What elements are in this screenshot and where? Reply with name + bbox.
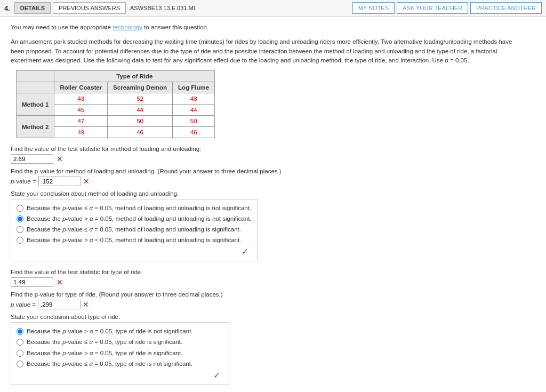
problem-id: ASWSBE13 13.E.031.MI. [130, 5, 197, 11]
m2-r1-sd: 50 [108, 116, 173, 127]
data-table: Type of Ride Roller Coaster Screaming De… [16, 70, 215, 138]
col-screaming-demon: Screaming Demon [108, 82, 173, 93]
col-roller-coaster: Roller Coaster [54, 82, 108, 93]
s1-option-0-text: Because the p-value ≤ α = 0.05, method o… [27, 204, 251, 212]
m1-r2-lf: 44 [173, 105, 215, 116]
s2-radio-1[interactable] [17, 339, 23, 346]
s1-option-1[interactable]: Because the p-value > α = 0.05, method o… [17, 214, 252, 223]
previous-answers-button[interactable]: PREVIOUS ANSWERS [53, 2, 126, 14]
s2-option-0-text: Because the p-value > α = 0.05, type of … [27, 327, 193, 335]
s1-q1: Find the value of the test statistic for… [11, 146, 523, 152]
s2-option-2[interactable]: Because the p-value > α = 0.05, type of … [17, 349, 223, 357]
intro-line1: You may need to use the appropriate tech… [11, 23, 523, 32]
s2-option-2-text: Because the p-value > α = 0.05, type of … [27, 349, 182, 357]
s2-radio-2[interactable] [17, 350, 23, 357]
s1-pvalue-label: p-value = [11, 178, 36, 185]
my-notes-button[interactable]: MY NOTES [352, 2, 395, 14]
s1-pv-x-icon[interactable]: ✕ [83, 177, 90, 186]
s2-option-1[interactable]: Because the p-value ≤ α = 0.05, type of … [17, 338, 223, 346]
method1-label: Method 1 [17, 93, 54, 116]
m1-r2-sd: 44 [108, 105, 173, 116]
m1-r1-sd: 52 [108, 93, 173, 105]
s1-q3: State your conclusion about method of lo… [11, 190, 523, 197]
s1-radio-group: Because the p-value ≤ α = 0.05, method o… [11, 199, 258, 261]
m2-r2-rc: 49 [54, 127, 108, 138]
s1-radio-3[interactable] [17, 237, 23, 244]
s2-pvalue-input[interactable] [38, 300, 81, 309]
s2-ts-x-icon[interactable]: ✕ [57, 278, 63, 286]
s2-radio-group: Because the p-value > α = 0.05, type of … [11, 322, 229, 385]
s1-ts-x-icon[interactable]: ✕ [57, 155, 63, 163]
s2-pv-x-icon[interactable]: ✕ [83, 300, 89, 309]
s2-q1: Find the value of the test statistic for… [11, 269, 523, 275]
m2-r2-sd: 46 [108, 127, 173, 138]
practice-another-button[interactable]: PRACTICE ANOTHER [470, 2, 542, 14]
s2-option-3[interactable]: Because the p-value ≤ α = 0.05, type of … [17, 359, 223, 368]
s2-q2: Find the p-value for type of ride. (Roun… [11, 291, 523, 298]
s1-test-statistic-input[interactable] [11, 154, 53, 164]
s2-pvalue-label: p value = [11, 301, 36, 308]
question-number: 4. [4, 4, 10, 12]
s2-option-3-text: Because the p-value ≤ α = 0.05, type of … [27, 359, 192, 368]
m2-r1-lf: 50 [173, 116, 215, 127]
m1-r1-rc: 43 [54, 93, 108, 105]
m2-r2-lf: 46 [173, 127, 215, 138]
s1-input1-row: ✕ [11, 154, 523, 164]
s2-radio-3[interactable] [17, 361, 23, 367]
s1-option-2[interactable]: Because the p-value ≤ α = 0.05, method o… [17, 225, 252, 234]
s2-q3: State your conclusion about type of ride… [11, 314, 523, 320]
s2-input1-row: ✕ [11, 277, 523, 287]
ask-teacher-button[interactable]: ASK YOUR TEACHER [397, 2, 468, 14]
s2-option-0[interactable]: Because the p-value > α = 0.05, type of … [17, 327, 223, 335]
s1-option-1-text: Because the p-value > α = 0.05, method o… [27, 214, 252, 223]
s1-option-2-text: Because the p-value ≤ α = 0.05, method o… [27, 225, 241, 234]
m1-r2-rc: 45 [54, 105, 108, 116]
intro-line2: An amusement park studied methods for de… [11, 37, 523, 65]
s2-pvalue-row: p value = ✕ [11, 300, 523, 309]
s1-radio-1[interactable] [17, 215, 23, 222]
s1-radio-0[interactable] [17, 205, 23, 212]
m1-r1-lf: 48 [173, 93, 215, 105]
main-content: You may need to use the appropriate tech… [0, 17, 533, 392]
s2-test-statistic-input[interactable] [11, 277, 53, 287]
method2-label: Method 2 [17, 116, 54, 138]
details-button[interactable]: DETAILS [14, 2, 51, 14]
s2-option-1-text: Because the p-value ≤ α = 0.05, type of … [27, 338, 182, 346]
s2-check-icon: ✓ [213, 370, 220, 380]
s1-option-3[interactable]: Because the p-value > α = 0.05, method o… [17, 236, 252, 244]
type-of-ride-header: Type of Ride [54, 71, 215, 82]
col-log-flume: Log Flume [173, 82, 215, 93]
s1-pvalue-input[interactable] [38, 177, 81, 186]
top-bar: 4. DETAILS PREVIOUS ANSWERS ASWSBE13 13.… [0, 0, 546, 17]
s1-check-icon: ✓ [242, 246, 248, 257]
s2-radio-0[interactable] [17, 328, 23, 335]
s1-radio-2[interactable] [17, 226, 23, 233]
s1-option-0[interactable]: Because the p-value ≤ α = 0.05, method o… [17, 204, 252, 212]
technology-link[interactable]: technology [113, 24, 142, 30]
m2-r1-rc: 47 [54, 116, 108, 127]
s1-option-3-text: Because the p-value > α = 0.05, method o… [27, 236, 241, 244]
s1-q2: Find the p-value for method of loading a… [11, 168, 523, 174]
s1-pvalue-row: p-value = ✕ [11, 177, 523, 186]
